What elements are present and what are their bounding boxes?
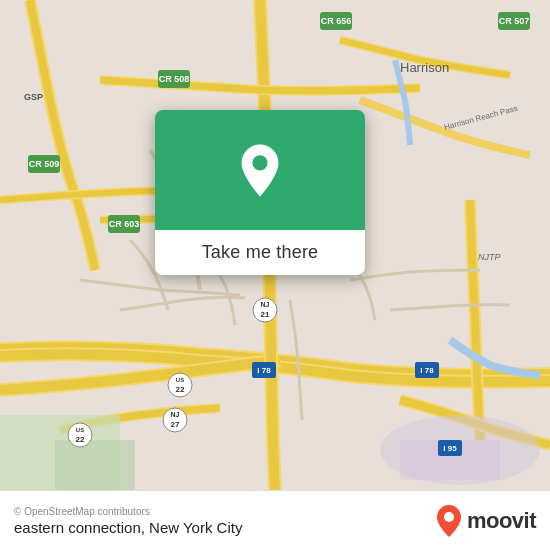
svg-text:CR 508: CR 508 [159, 74, 190, 84]
svg-text:27: 27 [171, 420, 180, 429]
svg-text:CR 603: CR 603 [109, 219, 140, 229]
svg-text:21: 21 [261, 310, 270, 319]
svg-text:I 78: I 78 [420, 366, 434, 375]
svg-text:22: 22 [76, 435, 85, 444]
location-pin-icon [235, 143, 285, 198]
svg-text:I 95: I 95 [443, 444, 457, 453]
svg-text:Harrison: Harrison [400, 60, 449, 75]
svg-text:CR 507: CR 507 [499, 16, 530, 26]
take-me-there-button[interactable]: Take me there [202, 242, 319, 263]
svg-text:US: US [176, 377, 184, 383]
svg-text:CR 656: CR 656 [321, 16, 352, 26]
svg-point-38 [444, 512, 454, 522]
location-name: eastern connection, New York City [14, 519, 242, 536]
svg-point-37 [252, 155, 267, 170]
svg-rect-2 [55, 440, 135, 490]
map-area: CR 656 CR 507 CR 509 CR 508 CR 603 Harri… [0, 0, 550, 490]
svg-text:22: 22 [176, 385, 185, 394]
bottom-bar: © OpenStreetMap contributors eastern con… [0, 490, 550, 550]
svg-text:GSP: GSP [24, 92, 43, 102]
moovit-logo: moovit [435, 504, 536, 538]
svg-text:NJ: NJ [261, 301, 270, 308]
popup-header [155, 110, 365, 230]
svg-text:NJTP: NJTP [478, 252, 501, 262]
moovit-brand-text: moovit [467, 508, 536, 534]
location-popup: Take me there [155, 110, 365, 275]
svg-text:I 78: I 78 [257, 366, 271, 375]
moovit-pin-icon [435, 504, 463, 538]
svg-text:NJ: NJ [171, 411, 180, 418]
location-info: © OpenStreetMap contributors eastern con… [14, 506, 242, 536]
svg-text:CR 509: CR 509 [29, 159, 60, 169]
svg-text:US: US [76, 427, 84, 433]
attribution-text: © OpenStreetMap contributors [14, 506, 242, 517]
popup-footer[interactable]: Take me there [155, 230, 365, 275]
